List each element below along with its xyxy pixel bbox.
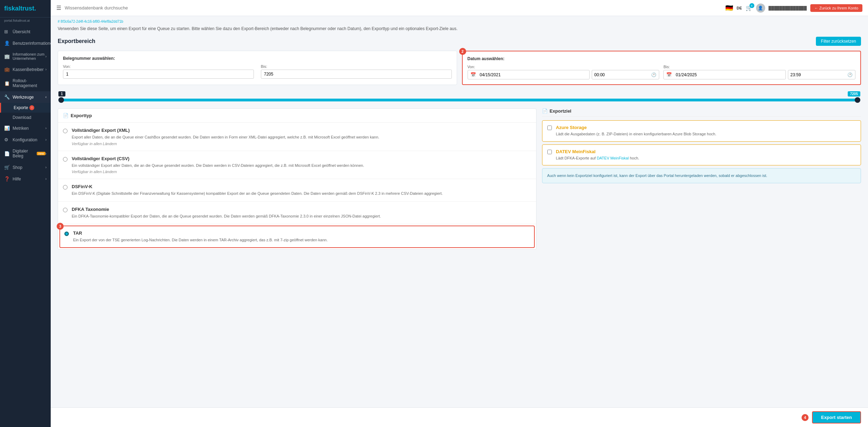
- sidebar-item-benutzer[interactable]: 👤 Benutzerinformationen ›: [0, 37, 51, 49]
- chevron-icon: ›: [45, 177, 47, 181]
- chevron-icon: ›: [45, 55, 47, 58]
- bis-label: Bis:: [261, 64, 452, 69]
- target-datev[interactable]: DATEV MeinFiskal Lädt DFKA-Exporte auf D…: [542, 144, 861, 166]
- briefcase-icon: 💼: [4, 67, 10, 72]
- main-content: ☰ 🇩🇪 DE 🛒 6 👤 ██████████████ ← Zurück zu…: [51, 0, 868, 427]
- wrench-icon: 🔧: [4, 94, 10, 100]
- export-target-panel: 📄 Exportziel Azure Storage Lädt die Ausg…: [542, 108, 861, 250]
- export-option-csv-content: Vollständiger Export (CSV) Ein vollständ…: [72, 156, 364, 174]
- target-azure[interactable]: Azure Storage Lädt die Ausgabedaten (z. …: [542, 120, 861, 142]
- topbar-right: 🇩🇪 DE 🛒 6 👤 ██████████████ ← Zurück zu I…: [725, 3, 862, 13]
- datev-link[interactable]: DATEV MeinFiskal: [597, 156, 628, 160]
- radio-xml[interactable]: [63, 129, 67, 133]
- cart-button[interactable]: 🛒 6: [746, 5, 753, 11]
- target-datev-title: DATEV MeinFiskal: [556, 149, 639, 154]
- slider-min-label: 1: [58, 91, 65, 97]
- sidebar-sub-download[interactable]: Download: [0, 113, 51, 122]
- exporte-badge: !: [29, 105, 34, 110]
- export-option-csv-desc: Ein vollständiger Export aller Daten, di…: [72, 163, 364, 169]
- export-option-csv[interactable]: Vollständiger Export (CSV) Ein vollständ…: [58, 151, 536, 179]
- export-option-xml[interactable]: Vollständiger Export (XML) Export aller …: [58, 123, 536, 151]
- export-option-dfka[interactable]: DFKA Taxonomie Ein DFKA-Taxonomie-kompat…: [58, 202, 536, 225]
- export-layout: 📄 Exporttyp Vollständiger Export (XML) E…: [58, 108, 861, 250]
- topbar: ☰ 🇩🇪 DE 🛒 6 👤 ██████████████ ← Zurück zu…: [51, 0, 868, 16]
- sidebar-item-label: KassenBetreiber: [13, 67, 44, 72]
- export-option-dfka-title: DFKA Taxonomie: [72, 207, 381, 212]
- step-badge-3: 3: [57, 223, 64, 230]
- exporte-label: Exporte: [14, 105, 28, 110]
- sidebar-item-label: Shop: [13, 165, 22, 170]
- radio-dfka[interactable]: [63, 208, 67, 212]
- section-title-row: Exportbereich Filter zurücksetzen: [58, 37, 861, 46]
- sidebar-item-label: Hilfe: [13, 177, 21, 182]
- building-icon: 🏢: [4, 54, 10, 59]
- export-option-tar-desc: Ein Export der von der TSE generierten L…: [73, 237, 328, 243]
- slider-thumb-left[interactable]: [58, 97, 64, 103]
- sidebar-item-kassenbetreiber[interactable]: 💼 KassenBetreiber ›: [0, 64, 51, 75]
- chevron-icon: ›: [45, 126, 47, 130]
- slider-thumb-right[interactable]: [855, 97, 860, 103]
- export-option-xml-content: Vollständiger Export (XML) Export aller …: [72, 128, 379, 146]
- datum-bis-time-wrap: 🕐: [788, 70, 855, 79]
- datum-von-time-wrap: 🕐: [592, 70, 659, 79]
- sidebar-item-rollout[interactable]: 📋 Rollout-Management: [0, 75, 51, 91]
- sidebar-item-label: Rollout-Management: [13, 78, 47, 88]
- filter-reset-button[interactable]: Filter zurücksetzen: [816, 37, 861, 46]
- breadcrumb: # 8f3c6a72-2d4f-4c16-bf80-44ef8a2dd71b: [58, 20, 861, 23]
- calendar-icon-2: 📅: [664, 70, 674, 79]
- datum-von-time-input[interactable]: [592, 71, 649, 79]
- sidebar-item-werkzeuge[interactable]: 🔧 Werkzeuge ‹: [0, 91, 51, 103]
- datum-von-group: Von: 📅 🕐: [468, 65, 660, 79]
- sidebar-item-label: Konfiguration: [13, 137, 37, 142]
- sidebar-item-informationen[interactable]: 🏢 Informationen zum Unternehmen ›: [0, 49, 51, 64]
- export-start-button[interactable]: Export starten: [812, 411, 861, 424]
- export-option-dfka-content: DFKA Taxonomie Ein DFKA-Taxonomie-kompat…: [72, 207, 381, 219]
- section-title: Exportbereich: [58, 38, 95, 44]
- back-button[interactable]: ← Zurück zu Ihrem Konto: [810, 4, 862, 12]
- sidebar-item-konfiguration[interactable]: ⚙ Konfiguration ›: [0, 134, 51, 145]
- logo-text: fiskaltrust.: [4, 5, 36, 12]
- step-badge-4: 4: [802, 414, 809, 421]
- radio-tar[interactable]: [64, 232, 69, 236]
- sidebar-sub-exporte[interactable]: Exporte !: [0, 103, 51, 113]
- hamburger-icon[interactable]: ☰: [56, 5, 61, 11]
- search-input[interactable]: [65, 5, 725, 10]
- export-option-tar-content: TAR Ein Export der von der TSE generiert…: [73, 230, 328, 243]
- export-type-panel: 📄 Exporttyp Vollständiger Export (XML) E…: [58, 108, 536, 250]
- radio-csv[interactable]: [63, 157, 67, 162]
- gear-icon: ⚙: [4, 137, 10, 142]
- export-option-xml-desc: Export aller Daten, die an die Queue ein…: [72, 134, 379, 140]
- chart-icon: 📊: [4, 126, 10, 131]
- sidebar-item-metriken[interactable]: 📊 Metriken ›: [0, 122, 51, 134]
- datum-von-date-input[interactable]: [478, 71, 590, 79]
- sidebar-item-label: Metriken: [13, 126, 29, 131]
- datum-von-date-wrap: 📅: [468, 70, 590, 79]
- sidebar-item-digitaler-beleg[interactable]: 📄 Digitaler Beleg new ›: [0, 145, 51, 162]
- radio-dsfinvk[interactable]: [63, 185, 67, 190]
- export-option-dsfinvk-desc: Ein DSFinV-K (Digitale Schnittstelle der…: [72, 191, 443, 197]
- sidebar-item-shop[interactable]: 🛒 Shop ›: [0, 162, 51, 173]
- export-option-dsfinvk[interactable]: DSFinV-K Ein DSFinV-K (Digitale Schnitts…: [58, 179, 536, 202]
- bis-input[interactable]: [261, 70, 452, 79]
- export-option-dsfinvk-title: DSFinV-K: [72, 184, 443, 189]
- datum-bis-time-input[interactable]: [788, 71, 845, 79]
- flag-icon: 🇩🇪: [725, 4, 733, 12]
- export-type-header: 📄 Exporttyp: [58, 109, 536, 123]
- checkbox-datev[interactable]: [547, 150, 552, 154]
- belegnummer-label: Belegnummer auswählen:: [63, 56, 452, 61]
- app-subtitle: portal.fiskaltrust.at: [0, 17, 51, 26]
- export-option-dsfinvk-content: DSFinV-K Ein DSFinV-K (Digitale Schnitts…: [72, 184, 443, 197]
- page-description: Verwenden Sie diese Seite, um einen Expo…: [58, 26, 861, 32]
- slider-max-label: 7205: [848, 91, 860, 97]
- user-avatar[interactable]: 👤: [756, 3, 765, 13]
- export-option-tar[interactable]: 3 TAR Ein Export der von der TSE generie…: [59, 226, 535, 248]
- sidebar-nav: ⊞ Übersicht 👤 Benutzerinformationen › 🏢 …: [0, 26, 51, 427]
- von-input[interactable]: [63, 70, 254, 79]
- checkbox-azure[interactable]: [547, 126, 552, 130]
- clock-icon-2: 🕐: [845, 71, 855, 79]
- sidebar-item-label: Werkzeuge: [13, 95, 34, 100]
- sidebar-item-uebersicht[interactable]: ⊞ Übersicht: [0, 26, 51, 37]
- slider-track: [58, 99, 860, 101]
- datum-bis-date-input[interactable]: [674, 71, 785, 79]
- sidebar-item-hilfe[interactable]: ❓ Hilfe ›: [0, 173, 51, 185]
